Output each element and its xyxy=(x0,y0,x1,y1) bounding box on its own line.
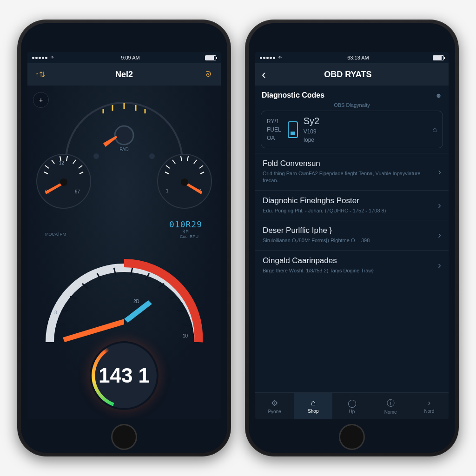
chevron-right-icon: › xyxy=(438,260,441,271)
svg-marker-6 xyxy=(103,136,117,147)
svg-text:8: 8 xyxy=(54,310,57,315)
svg-text:97: 97 xyxy=(75,189,80,194)
section-title: Diagnostic Codes xyxy=(262,91,324,99)
screen-dashboard: ᯤ 9:09 AM ↑⇅ Nel2 ᘐ + xyxy=(27,52,221,419)
dashboard-body: + xyxy=(27,86,221,419)
chevron-right-icon: › xyxy=(438,230,441,240)
back-button[interactable]: ‹ xyxy=(262,67,266,82)
fad-label: FAD xyxy=(119,147,128,152)
nav-right-icon[interactable]: ᘐ xyxy=(202,68,214,80)
svg-line-37 xyxy=(62,311,69,311)
face-icon[interactable]: ☻ xyxy=(435,92,442,99)
card-action-icon[interactable]: ⌂ xyxy=(432,126,437,134)
status-time: 9:09 AM xyxy=(121,55,139,60)
speed-readout: 143 1 xyxy=(92,343,157,408)
svg-line-47 xyxy=(182,324,189,326)
digital-readout: 010R29 RM xyxy=(169,219,202,234)
svg-line-38 xyxy=(70,297,77,298)
nav-title: Nel2 xyxy=(46,70,202,79)
list-item[interactable]: Diagnohic Finelnghs Poster Edu. Ponging … xyxy=(255,190,449,220)
gear-icon: ⚙ xyxy=(271,398,278,408)
phone-right: ᯤ 63:13 AM ‹ OBD RYATS Diagnostic Codes … xyxy=(245,20,459,456)
gauge-right: 1 8 xyxy=(152,149,217,214)
info-icon: ⓘ xyxy=(387,398,395,409)
battery-icon xyxy=(433,55,444,60)
codes-list: Fold Convensun Orld thing Parn CwnFA2 Fi… xyxy=(255,153,449,392)
battery-icon xyxy=(205,55,216,60)
gauge-left: 02 12 97 xyxy=(31,149,96,214)
svg-text:1: 1 xyxy=(166,188,169,193)
section-subtitle: OBS Dlagynalty xyxy=(255,102,449,111)
nav-bar: ↑⇅ Nel2 ᘐ xyxy=(27,63,221,86)
phone-left: ᯤ 9:09 AM ↑⇅ Nel2 ᘐ + xyxy=(17,20,231,456)
wifi-icon: ᯤ xyxy=(278,54,284,61)
summary-card[interactable]: RY/1 FUEL OA Sy2 V109 Iope ⌂ xyxy=(261,111,443,148)
chevron-right-icon: › xyxy=(438,166,441,177)
home-button[interactable] xyxy=(111,424,137,450)
svg-line-39 xyxy=(82,284,88,288)
svg-text:2D: 2D xyxy=(133,299,139,304)
wifi-icon: ᯤ xyxy=(50,54,56,61)
svg-line-36 xyxy=(57,324,65,326)
list-item[interactable]: Deser Purlflic Iphe } Siruloilianan O,/8… xyxy=(255,220,449,250)
svg-line-45 xyxy=(170,297,176,298)
svg-text:12: 12 xyxy=(59,160,65,165)
tab-nord[interactable]: › Nord xyxy=(410,393,449,419)
circle-icon: ◯ xyxy=(348,398,357,408)
status-time: 63:13 AM xyxy=(347,55,369,60)
svg-point-5 xyxy=(115,126,133,145)
chevron-right-icon: › xyxy=(438,200,441,211)
list-item[interactable]: Fold Convensun Orld thing Parn CwnFA2 Fi… xyxy=(255,153,449,190)
nav-left-icon[interactable]: ↑⇅ xyxy=(34,68,46,80)
chevron-right-icon: › xyxy=(428,398,431,408)
home-button[interactable] xyxy=(339,424,365,450)
list-item[interactable]: Oingald Caarinpades Birge there Woshl. 1… xyxy=(255,250,449,280)
big-gauge: 8 2D 10 xyxy=(36,245,212,356)
tab-shop[interactable]: ⌂ Shop xyxy=(294,393,332,419)
home-icon: ⌂ xyxy=(311,398,316,408)
tab-pyone[interactable]: ⚙ Pyone xyxy=(255,393,294,419)
svg-point-35 xyxy=(181,178,188,186)
svg-marker-48 xyxy=(63,319,124,342)
svg-text:10: 10 xyxy=(183,333,188,338)
tab-bar: ⚙ Pyone ⌂ Shop ◯ Up ⓘ Nome › Nord xyxy=(255,392,449,419)
status-bar: ᯤ 63:13 AM xyxy=(255,52,449,63)
svg-point-22 xyxy=(60,178,67,186)
label-cool: Cool RPU xyxy=(180,234,198,239)
screen-codes: ᯤ 63:13 AM ‹ OBD RYATS Diagnostic Codes … xyxy=(255,52,449,419)
card-left-col: RY/1 FUEL OA xyxy=(267,118,281,141)
label-mocal: MOCAl PM xyxy=(45,232,66,237)
svg-line-46 xyxy=(177,311,185,311)
tab-up[interactable]: ◯ Up xyxy=(332,393,371,419)
device-icon xyxy=(288,121,298,138)
svg-line-44 xyxy=(159,284,164,288)
status-bar: ᯤ 9:09 AM xyxy=(27,52,221,63)
tab-nome[interactable]: ⓘ Nome xyxy=(371,393,410,419)
nav-bar: ‹ OBD RYATS xyxy=(255,63,449,86)
nav-title: OBD RYATS xyxy=(266,70,430,79)
